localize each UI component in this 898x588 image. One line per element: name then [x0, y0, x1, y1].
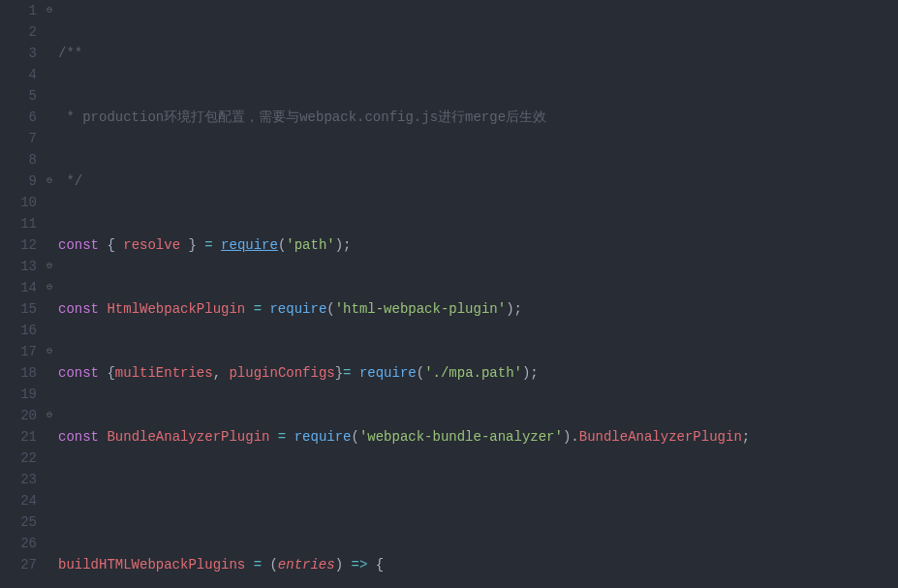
fold-gutter: ⊖ ⊖ ⊖ ⊖ ⊖ ⊖ [43, 0, 56, 588]
code-line[interactable]: /** [58, 43, 898, 64]
line-number: 7 [0, 128, 37, 149]
line-number: 13 [0, 256, 37, 277]
line-number: 2 [0, 21, 37, 43]
line-number: 8 [0, 149, 37, 170]
line-number: 15 [0, 298, 37, 320]
line-number: 16 [0, 320, 37, 341]
line-number: 18 [0, 362, 37, 384]
line-number: 22 [0, 448, 37, 469]
line-number: 12 [0, 234, 37, 256]
fold-toggle-icon[interactable]: ⊖ [43, 405, 56, 426]
line-number: 23 [0, 469, 37, 490]
fold-toggle-icon[interactable]: ⊖ [43, 341, 56, 362]
line-number: 26 [0, 533, 37, 554]
code-line[interactable]: */ [58, 170, 898, 192]
code-line[interactable]: const {multiEntries, pluginConfigs}= req… [58, 362, 898, 384]
line-number: 6 [0, 107, 37, 128]
line-number: 19 [0, 384, 37, 405]
code-line[interactable]: buildHTMLWebpackPlugins = (entries) => { [58, 554, 898, 575]
line-number: 5 [0, 85, 37, 107]
code-editor[interactable]: 1 2 3 4 5 6 7 8 9 10 11 12 13 14 15 16 1… [0, 0, 898, 588]
line-number: 25 [0, 511, 37, 533]
code-line[interactable]: const { resolve } = require('path'); [58, 234, 898, 256]
line-number: 20 [0, 405, 37, 426]
code-line[interactable]: * production环境打包配置，需要与webpack.config.js进… [58, 107, 898, 128]
line-number: 4 [0, 64, 37, 85]
code-area[interactable]: /** * production环境打包配置，需要与webpack.config… [56, 0, 898, 588]
line-number: 14 [0, 277, 37, 298]
fold-toggle-icon[interactable]: ⊖ [43, 256, 56, 277]
line-number: 9 [0, 170, 37, 192]
code-line[interactable] [58, 490, 898, 511]
line-number: 27 [0, 554, 37, 575]
code-line[interactable]: const BundleAnalyzerPlugin = require('we… [58, 426, 898, 448]
line-number: 10 [0, 192, 37, 213]
code-line[interactable]: const HtmlWebpackPlugin = require('html-… [58, 298, 898, 320]
fold-toggle-icon[interactable]: ⊖ [43, 170, 56, 192]
line-number: 24 [0, 490, 37, 511]
line-number: 1 [0, 0, 37, 21]
fold-toggle-icon[interactable]: ⊖ [43, 0, 56, 21]
line-number: 21 [0, 426, 37, 448]
fold-toggle-icon[interactable]: ⊖ [43, 277, 56, 298]
line-number: 17 [0, 341, 37, 362]
line-number-gutter: 1 2 3 4 5 6 7 8 9 10 11 12 13 14 15 16 1… [0, 0, 43, 588]
line-number: 3 [0, 43, 37, 64]
line-number: 11 [0, 213, 37, 234]
